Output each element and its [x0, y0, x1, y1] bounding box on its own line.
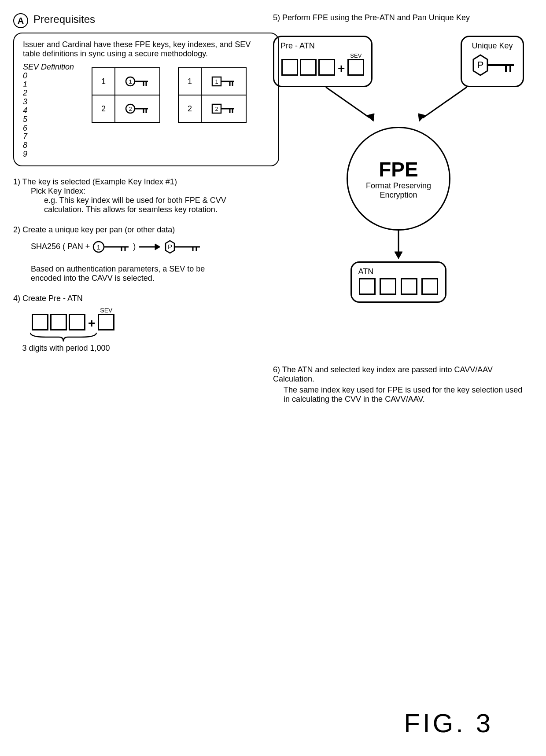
sev-digit: 7	[23, 132, 74, 141]
sev-digit: 1	[23, 81, 74, 89]
step2-line1: Create a unique key per pan (or other da…	[22, 225, 175, 234]
step4-num: 4)	[13, 294, 20, 303]
step1-line1: The key is selected (Example Key Index #…	[22, 177, 177, 186]
sha-suffix: )	[133, 242, 136, 251]
digit-box	[69, 314, 85, 330]
figure-label: FIG. 3	[404, 708, 493, 738]
step4-title: Create Pre - ATN	[22, 294, 83, 303]
step6-num: 6)	[273, 365, 280, 374]
atn-box: ATN	[350, 261, 446, 303]
key-table-left: 1 1 2 2	[92, 67, 160, 123]
svg-text:2: 2	[215, 106, 218, 112]
sev-label: SEV	[100, 307, 112, 314]
p-key-icon: P	[163, 238, 203, 256]
step4-note: 3 digits with period 1,000	[22, 344, 110, 353]
svg-line-37	[326, 87, 370, 118]
step5-text: Perform FPE using the Pre-ATN and Pan Un…	[282, 13, 470, 22]
unique-key-box: Unique Key P	[461, 36, 524, 87]
key-index-cell: 1	[178, 68, 201, 95]
digit-box	[300, 59, 317, 76]
digit-box	[32, 314, 48, 330]
key-icon: 2	[210, 100, 237, 117]
step5-num: 5)	[273, 13, 280, 22]
prereq-text: Issuer and Cardinal have these FPE keys,…	[23, 40, 269, 59]
step2-num: 2)	[13, 225, 20, 234]
step6-line2: The same index key used for FPE is used …	[284, 385, 524, 404]
digit-box	[380, 278, 396, 295]
digit-box	[359, 278, 376, 295]
key-index-cell: 2	[92, 95, 115, 122]
key-icon: 2	[124, 100, 151, 117]
digit-box	[50, 314, 67, 330]
step6-line1: The ATN and selected key index are passe…	[273, 365, 493, 383]
svg-text:1: 1	[215, 78, 218, 85]
atn-label: ATN	[358, 267, 439, 276]
preatn-label: Pre - ATN	[280, 41, 365, 51]
sha-prefix: SHA256 ( PAN +	[31, 242, 90, 251]
svg-text:1: 1	[97, 243, 100, 251]
key-cell: 1	[201, 68, 246, 95]
step2-para: Based on authentication parameters, a SE…	[31, 264, 225, 283]
svg-marker-42	[395, 252, 402, 259]
svg-text:P: P	[477, 59, 484, 70]
sev-box	[98, 314, 114, 330]
digit-box	[401, 278, 417, 295]
step-5: 5) Perform FPE using the Pre-ATN and Pan…	[273, 13, 524, 303]
key-index-cell: 1	[92, 68, 115, 95]
key-icon: 1	[92, 238, 131, 256]
sev-digit: 3	[23, 98, 74, 106]
digit-box	[318, 59, 335, 76]
svg-text:P: P	[168, 243, 172, 250]
key-cell: 2	[115, 95, 160, 122]
fpe-label: FPE	[379, 158, 418, 181]
key-index-cell: 2	[178, 95, 201, 122]
sev-digit: 9	[23, 150, 74, 159]
sev-def-label: SEV Definition	[23, 63, 74, 72]
arrows-to-fpe	[273, 87, 524, 127]
sev-box	[347, 59, 364, 76]
sev-definition: SEV Definition 0 1 2 3 4 5 6 7 8 9	[23, 63, 74, 159]
key-icon: 1	[124, 73, 151, 90]
sev-digit: 0	[23, 72, 74, 81]
svg-text:2: 2	[129, 106, 132, 112]
digit-box	[281, 59, 298, 76]
svg-marker-26	[155, 244, 160, 250]
badge-a: A	[13, 13, 28, 28]
key-table-right: 1 1 2 2	[178, 67, 247, 123]
unique-key-label: Unique Key	[468, 41, 516, 51]
sev-digit: 4	[23, 106, 74, 115]
p-key-icon: P	[468, 51, 516, 81]
plus-icon: +	[88, 316, 95, 330]
sev-digit: 8	[23, 141, 74, 150]
brace-icon	[28, 330, 99, 344]
key-icon: 1	[210, 73, 237, 90]
sev-digit: 2	[23, 89, 74, 98]
sev-digit: 5	[23, 115, 74, 124]
fpe-sub: Format Preserving Encryption	[348, 181, 449, 200]
arrow-icon	[138, 240, 160, 253]
sev-label: SEV	[350, 52, 362, 59]
prereq-box: Issuer and Cardinal have these FPE keys,…	[13, 33, 279, 166]
svg-line-39	[423, 87, 467, 118]
fpe-circle: FPE Format Preserving Encryption	[347, 127, 450, 231]
sev-digit: 6	[23, 124, 74, 133]
key-cell: 2	[201, 95, 246, 122]
step1-line3: e.g. This key index will be used for bot…	[44, 196, 264, 214]
digit-box	[421, 278, 438, 295]
arrow-to-atn	[273, 231, 524, 261]
step1-num: 1)	[13, 177, 20, 186]
prereq-title: Prerequisites	[33, 13, 95, 26]
svg-text:1: 1	[129, 78, 132, 85]
preatn-box: Pre - ATN + SEV	[273, 36, 373, 87]
key-cell: 1	[115, 68, 160, 95]
plus-icon: +	[338, 62, 345, 76]
step-6: 6) The ATN and selected key index are pa…	[273, 365, 524, 404]
